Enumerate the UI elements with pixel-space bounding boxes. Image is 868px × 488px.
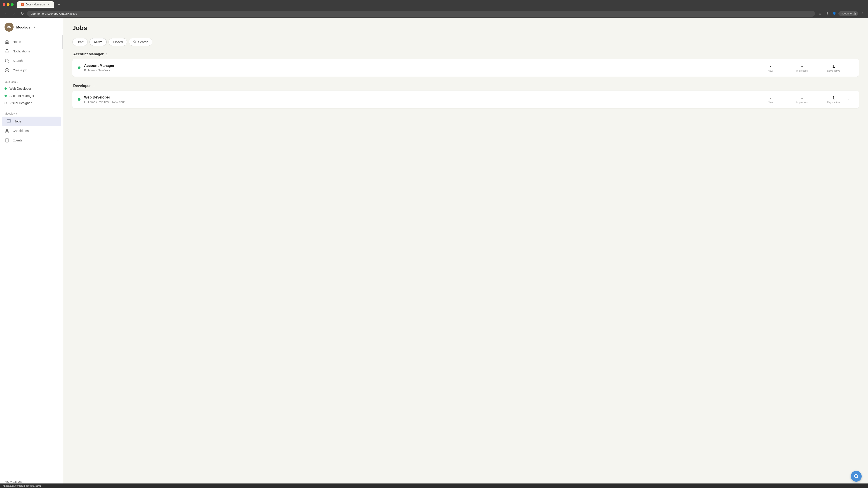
your-job-web-developer[interactable]: Web Developer xyxy=(0,85,63,92)
close-button[interactable] xyxy=(3,3,5,6)
search-icon xyxy=(4,58,9,63)
web-developer-job-card[interactable]: Web Developer Full-time / Part-time · Ne… xyxy=(72,91,859,108)
sidebar-item-search[interactable]: Search xyxy=(0,56,63,66)
developer-section-count: 1 xyxy=(93,84,95,88)
sidebar-item-home[interactable]: Home xyxy=(0,37,63,46)
events-nav-label: Events xyxy=(13,138,22,142)
notifications-label: Notifications xyxy=(13,50,30,53)
account-manager-daysactive-label: Days active xyxy=(825,69,843,72)
candidates-icon xyxy=(4,128,9,133)
svg-point-0 xyxy=(5,59,8,62)
web-developer-more-button[interactable]: ··· xyxy=(846,96,854,103)
address-input[interactable] xyxy=(27,11,815,17)
account-manager-inprocess-value: - xyxy=(793,64,811,69)
sidebar-item-events[interactable]: Events ▾ xyxy=(0,135,63,145)
create-job-label: Create job xyxy=(13,68,27,72)
web-developer-stat-in-process: - In process xyxy=(793,95,811,104)
page-title: Jobs xyxy=(72,24,859,32)
forward-button[interactable]: › xyxy=(11,10,17,17)
developer-section-title: Developer xyxy=(73,84,91,88)
account-manager-inprocess-label: In process xyxy=(793,69,811,72)
app-container: MM Moodjoy ▾ Home Notifications xyxy=(0,17,868,488)
svg-point-13 xyxy=(133,40,135,42)
account-manager-stat-in-process: - In process xyxy=(793,64,811,72)
bell-icon xyxy=(4,49,9,54)
account-manager-new-value: - xyxy=(761,64,779,69)
your-jobs-arrow: ▾ xyxy=(17,81,18,84)
sidebar-item-jobs[interactable]: Jobs xyxy=(2,117,61,126)
web-developer-job-title: Web Developer xyxy=(84,95,758,99)
minimize-button[interactable] xyxy=(7,3,9,6)
account-manager-job-info: Account Manager Full-time · New York xyxy=(84,64,758,72)
menu-button[interactable]: ⋮ xyxy=(859,10,865,17)
events-expand-arrow: ▾ xyxy=(57,139,59,142)
web-developer-job-subtitle: Full-time / Part-time · New York xyxy=(84,100,758,104)
address-bar-row: ‹ › ↻ ☆ ⬇ 👤 Incognito (2) ⋮ xyxy=(0,9,868,18)
account-manager-section-header: Account Manager 1 xyxy=(72,52,859,56)
avatar: MM xyxy=(4,23,13,32)
profile-button[interactable]: 👤 xyxy=(831,10,837,17)
new-tab-button[interactable]: + xyxy=(56,1,62,8)
search-btn-label: Search xyxy=(138,40,148,44)
web-developer-status-indicator xyxy=(78,98,81,101)
account-manager-new-label: New xyxy=(761,69,779,72)
filter-draft[interactable]: Draft xyxy=(72,38,88,46)
jobs-icon xyxy=(6,119,11,124)
incognito-badge[interactable]: Incognito (2) xyxy=(838,11,858,16)
home-icon xyxy=(4,39,9,44)
company-dropdown-arrow[interactable]: ▾ xyxy=(34,26,35,29)
svg-rect-5 xyxy=(7,120,11,123)
sidebar-item-create-job[interactable]: Create job xyxy=(0,66,63,75)
back-button[interactable]: ‹ xyxy=(3,10,9,17)
filter-closed[interactable]: Closed xyxy=(108,38,127,46)
support-button[interactable] xyxy=(851,471,862,482)
sidebar-item-candidates[interactable]: Candidates xyxy=(0,126,63,135)
active-tab[interactable]: H Jobs · Homerun × xyxy=(17,1,54,8)
web-developer-stats: - New - In process 1 Days active xyxy=(761,95,843,104)
candidates-nav-label: Candidates xyxy=(13,129,29,133)
web-developer-job-info: Web Developer Full-time / Part-time · Ne… xyxy=(84,95,758,104)
web-developer-new-label: New xyxy=(761,101,779,104)
developer-section: Developer 1 Web Developer Full-time / Pa… xyxy=(72,84,859,108)
account-manager-job-title: Account Manager xyxy=(84,64,758,68)
developer-section-header: Developer 1 xyxy=(72,84,859,88)
search-button[interactable]: Search xyxy=(129,38,152,46)
download-button[interactable]: ⬇ xyxy=(824,10,830,17)
account-manager-stats: - New - In process 1 Days active xyxy=(761,64,843,72)
title-bar: H Jobs · Homerun × + xyxy=(0,0,868,9)
web-developer-status-dot xyxy=(4,88,7,90)
window-controls xyxy=(3,3,13,6)
filter-bar: Draft Active Closed Search xyxy=(72,38,859,46)
your-jobs-section-title: Your jobs ▾ xyxy=(0,77,63,85)
maximize-button[interactable] xyxy=(11,3,13,6)
your-job-visual-designer[interactable]: Visual Designer xyxy=(0,99,63,107)
moodjoy-nav: Jobs Candidates Events ▾ xyxy=(0,117,63,147)
web-developer-new-value: - xyxy=(761,95,779,101)
reload-button[interactable]: ↻ xyxy=(19,10,25,17)
home-label: Home xyxy=(13,40,21,43)
account-manager-more-button[interactable]: ··· xyxy=(846,64,854,71)
sidebar-item-notifications[interactable]: Notifications xyxy=(0,46,63,56)
bookmark-button[interactable]: ☆ xyxy=(817,10,823,17)
your-job-account-manager[interactable]: Account Manager xyxy=(0,92,63,99)
scroll-indicator xyxy=(62,35,63,49)
account-manager-job-subtitle: Full-time · New York xyxy=(84,69,758,72)
account-manager-stat-new: - New xyxy=(761,64,779,72)
account-manager-job-card[interactable]: Account Manager Full-time · New York - N… xyxy=(72,59,859,76)
sidebar: MM Moodjoy ▾ Home Notifications xyxy=(0,17,63,488)
moodjoy-section-title: Moodjoy ▾ xyxy=(0,108,63,117)
web-developer-stat-new: - New xyxy=(761,95,779,104)
status-url: https://app.homerun.co/job/336501 xyxy=(3,484,41,487)
account-manager-section: Account Manager 1 Account Manager Full-t… xyxy=(72,52,859,76)
svg-line-14 xyxy=(135,42,136,43)
toolbar-icons: ☆ ⬇ 👤 Incognito (2) ⋮ xyxy=(817,10,865,17)
filter-active[interactable]: Active xyxy=(90,38,107,46)
search-icon-btn xyxy=(133,40,136,44)
web-developer-daysactive-value: 1 xyxy=(825,95,843,101)
account-manager-stat-days-active: 1 Days active xyxy=(825,64,843,72)
tab-title: Jobs · Homerun xyxy=(26,3,45,6)
jobs-nav-label: Jobs xyxy=(14,120,21,123)
search-label: Search xyxy=(13,59,23,63)
tab-close-button[interactable]: × xyxy=(47,3,51,6)
svg-rect-9 xyxy=(5,139,9,142)
